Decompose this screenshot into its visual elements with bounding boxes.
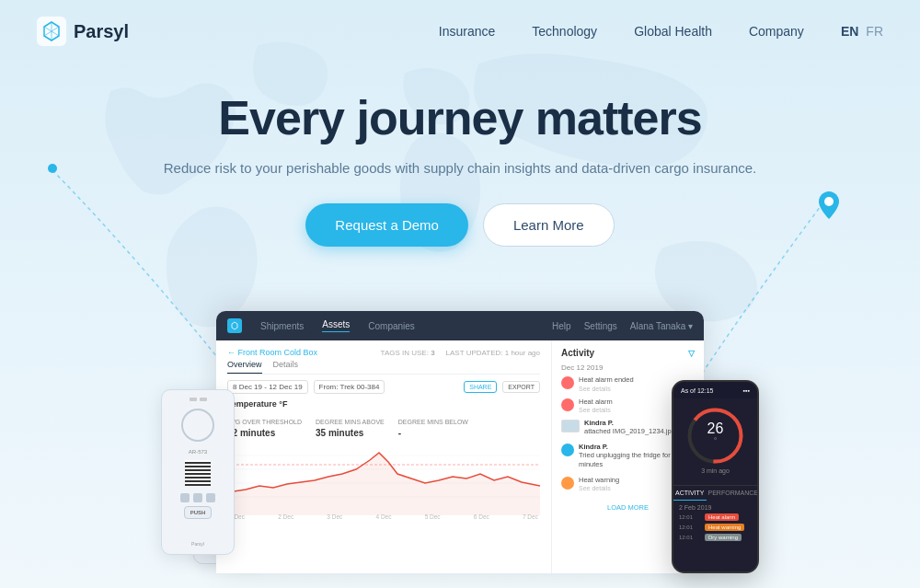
- logo-text: Parsyl: [74, 21, 129, 42]
- activity-title: Activity: [561, 348, 594, 358]
- tab-details[interactable]: Details: [273, 360, 299, 374]
- stat-degree-below: DEGREE MINS BELOW -: [398, 411, 468, 438]
- phone-alert-1: 12:01 Heat alarm: [679, 513, 752, 521]
- logo[interactable]: Parsyl: [37, 17, 129, 46]
- dash-nav-help[interactable]: Help: [552, 321, 571, 331]
- phone-alert-time-3: 12:01: [679, 535, 701, 540]
- nav-links: Insurance Technology Global Health Compa…: [439, 24, 804, 39]
- activity-icon-heat-ended: [561, 376, 574, 389]
- hero-title: Every journey matters: [18, 90, 902, 145]
- nav-global-health[interactable]: Global Health: [634, 24, 712, 39]
- activity-icon-heat: [561, 398, 574, 411]
- tab-overview[interactable]: Overview: [227, 360, 262, 374]
- activity-icon-warning-5: [561, 477, 574, 490]
- phone-alert-2: 12:01 Heat warning: [679, 524, 752, 531]
- activity-text-1: Heat alarm ended: [579, 375, 634, 386]
- activity-date: Dec 12 2019: [561, 363, 695, 372]
- svg-marker-7: [227, 453, 540, 515]
- activity-text-5: Heat warning: [579, 476, 619, 486]
- phone-activity-date: 2 Feb 2019: [679, 504, 752, 511]
- from-filter[interactable]: From: Trek 00-384: [314, 380, 385, 394]
- navbar: Parsyl Insurance Technology Global Healt…: [0, 0, 920, 63]
- svg-text:°: °: [714, 436, 717, 444]
- phone-alert-time-2: 12:01: [679, 525, 701, 530]
- iot-id: AR-573: [189, 449, 207, 455]
- temp-stats: AVG OVER THRESHOLD 12 minutes DEGREE MIN…: [227, 411, 540, 438]
- hero-buttons: Request a Demo Learn More: [18, 203, 902, 247]
- phone-gauge: 26 °: [685, 406, 745, 466]
- nav-language: EN FR: [841, 24, 883, 39]
- nav-company[interactable]: Company: [749, 24, 804, 39]
- learn-more-button[interactable]: Learn More: [483, 203, 615, 247]
- phone-status-bar: As of 12:15 ▪▪▪: [673, 382, 757, 398]
- dash-nav-settings[interactable]: Settings: [584, 321, 617, 331]
- phone-badge-heat-warning[interactable]: Heat warning: [705, 524, 744, 531]
- phone-tab-activity[interactable]: ACTIVITY: [673, 486, 707, 501]
- dashboard-left-panel: ← Front Room Cold Box TAGS IN USE: 3 LAS…: [216, 340, 552, 573]
- dash-nav-companies[interactable]: Companies: [368, 321, 415, 331]
- phone-alert-time-1: 12:01: [679, 514, 701, 520]
- stat3-value: -: [398, 428, 468, 438]
- share-button[interactable]: SHARE: [464, 381, 497, 393]
- activity-subtext-5[interactable]: See details: [579, 485, 619, 491]
- hero-subtitle: Reduce risk to your perishable goods wit…: [18, 160, 902, 176]
- activity-header: Activity ▽: [561, 348, 695, 358]
- logo-icon: [37, 17, 66, 46]
- activity-subtext-1[interactable]: See details: [579, 386, 634, 392]
- stat-degree-above: DEGREE MINS ABOVE 35 minutes: [316, 411, 385, 438]
- phone-time: As of 12:15: [681, 387, 713, 394]
- temperature-chart: [227, 442, 540, 515]
- dash-nav-shipments[interactable]: Shipments: [260, 321, 304, 331]
- activity-icon-blue-4: [561, 444, 574, 456]
- breadcrumb: ← Front Room Cold Box TAGS IN USE: 3 LAS…: [227, 348, 540, 357]
- hero-section: Every journey matters Reduce risk to you…: [0, 63, 920, 293]
- mockup-container: AR-573 PUSH Parsyl Shipments Assets Comp…: [0, 288, 920, 573]
- load-more-button[interactable]: LOAD MORE: [607, 503, 649, 512]
- export-button[interactable]: EXPORT: [502, 381, 540, 393]
- phone-tabs: ACTIVITY PERFORMANCE: [673, 485, 757, 501]
- stat3-label: DEGREE MINS BELOW: [398, 419, 468, 425]
- temp-title: Temperature °F: [227, 399, 540, 409]
- phone-activity: 2 Feb 2019 12:01 Heat alarm 12:01 Heat w…: [673, 501, 757, 548]
- stat1-value: 12 minutes: [227, 428, 302, 438]
- breadcrumb-text[interactable]: ← Front Room Cold Box: [227, 348, 317, 357]
- lang-fr-button[interactable]: FR: [866, 24, 883, 39]
- activity-filter-icon[interactable]: ▽: [688, 349, 695, 358]
- phone-tab-performance[interactable]: PERFORMANCE: [707, 486, 759, 501]
- dashboard-tabs: Overview Details: [227, 360, 540, 375]
- dashboard-logo: [227, 318, 242, 333]
- request-demo-button[interactable]: Request a Demo: [305, 203, 468, 247]
- dashboard-filters: 8 Dec 19 - 12 Dec 19 From: Trek 00-384 S…: [227, 380, 540, 394]
- phone-badge-heat-alarm[interactable]: Heat alarm: [705, 513, 739, 521]
- iot-circle: [181, 409, 214, 442]
- phone-alert-3: 12:01 Dry warning: [679, 534, 752, 541]
- activity-name-3: Kindra P.: [584, 419, 675, 427]
- phone-signal: ▪▪▪: [743, 387, 750, 394]
- stat-avg-over: AVG OVER THRESHOLD 12 minutes: [227, 411, 302, 438]
- stat2-value: 35 minutes: [316, 428, 385, 438]
- activity-subtext-2[interactable]: See details: [579, 407, 613, 413]
- nav-insurance[interactable]: Insurance: [439, 24, 495, 39]
- iot-push-button[interactable]: PUSH: [184, 506, 213, 519]
- phone-time-label: 3 min ago: [681, 467, 750, 474]
- svg-text:26: 26: [707, 421, 724, 436]
- dash-nav-user[interactable]: Alana Tanaka ▾: [630, 321, 693, 331]
- stat2-label: DEGREE MINS ABOVE: [316, 419, 385, 425]
- dash-nav-assets[interactable]: Assets: [322, 319, 350, 332]
- phone-badge-dry-warning[interactable]: Dry warning: [705, 534, 742, 541]
- activity-icon-photo: [561, 420, 580, 432]
- dashboard-navbar: Shipments Assets Companies Help Settings…: [216, 311, 704, 340]
- stat1-label: AVG OVER THRESHOLD: [227, 419, 302, 425]
- dashboard: Shipments Assets Companies Help Settings…: [216, 311, 704, 573]
- phone-screen: 26 ° 3 min ago ACTIVITY PERFORMANCE 2 Fe…: [673, 398, 757, 571]
- date-filter[interactable]: 8 Dec 19 - 12 Dec 19: [227, 380, 308, 394]
- phone-mockup: As of 12:15 ▪▪▪ 26 ° 3 min ago ACTIVITY …: [672, 380, 759, 573]
- lang-en-button[interactable]: EN: [841, 24, 858, 39]
- activity-action-3: attached IMG_2019_1234.jpg: [584, 427, 675, 437]
- dashboard-content: ← Front Room Cold Box TAGS IN USE: 3 LAS…: [216, 340, 704, 573]
- dashboard-nav-right: Help Settings Alana Tanaka ▾: [552, 321, 693, 331]
- iot-qr-code: [185, 460, 211, 486]
- nav-technology[interactable]: Technology: [532, 24, 597, 39]
- phone-temp-display: 26 ° 3 min ago: [673, 398, 757, 481]
- activity-text-2: Heat alarm: [579, 398, 613, 408]
